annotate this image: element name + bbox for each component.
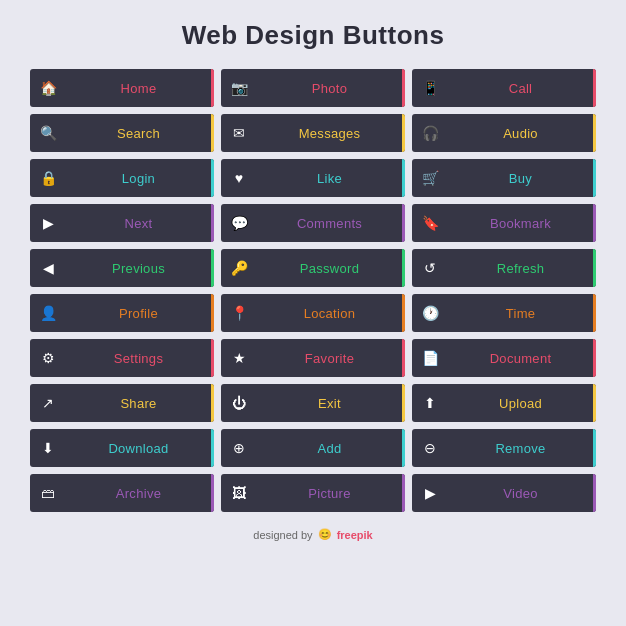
accent-download	[211, 429, 214, 467]
icon-home: 🏠	[30, 69, 66, 107]
label-remove: Remove	[448, 441, 593, 456]
button-exit[interactable]: ⏻ Exit	[221, 384, 405, 422]
label-search: Search	[66, 126, 211, 141]
label-archive: Archive	[66, 486, 211, 501]
icon-remove: ⊖	[412, 429, 448, 467]
button-add[interactable]: ⊕ Add	[221, 429, 405, 467]
accent-buy	[593, 159, 596, 197]
accent-audio	[593, 114, 596, 152]
accent-comments	[402, 204, 405, 242]
accent-profile	[211, 294, 214, 332]
label-document: Document	[448, 351, 593, 366]
button-grid: 🏠 Home 📷 Photo 📱 Call 🔍 Search ✉ Message…	[30, 69, 596, 512]
label-time: Time	[448, 306, 593, 321]
button-profile[interactable]: 👤 Profile	[30, 294, 214, 332]
button-next[interactable]: ▶ Next	[30, 204, 214, 242]
label-refresh: Refresh	[448, 261, 593, 276]
icon-search: 🔍	[30, 114, 66, 152]
label-download: Download	[66, 441, 211, 456]
button-home[interactable]: 🏠 Home	[30, 69, 214, 107]
accent-favorite	[402, 339, 405, 377]
accent-like	[402, 159, 405, 197]
icon-call: 📱	[412, 69, 448, 107]
button-share[interactable]: ↗ Share	[30, 384, 214, 422]
button-video[interactable]: ▶ Video	[412, 474, 596, 512]
label-next: Next	[66, 216, 211, 231]
icon-refresh: ↺	[412, 249, 448, 287]
label-comments: Comments	[257, 216, 402, 231]
button-previous[interactable]: ◀ Previous	[30, 249, 214, 287]
button-password[interactable]: 🔑 Password	[221, 249, 405, 287]
button-picture[interactable]: 🖼 Picture	[221, 474, 405, 512]
accent-video	[593, 474, 596, 512]
button-login[interactable]: 🔒 Login	[30, 159, 214, 197]
label-login: Login	[66, 171, 211, 186]
label-location: Location	[257, 306, 402, 321]
button-location[interactable]: 📍 Location	[221, 294, 405, 332]
icon-document: 📄	[412, 339, 448, 377]
label-video: Video	[448, 486, 593, 501]
button-archive[interactable]: 🗃 Archive	[30, 474, 214, 512]
accent-share	[211, 384, 214, 422]
button-photo[interactable]: 📷 Photo	[221, 69, 405, 107]
button-buy[interactable]: 🛒 Buy	[412, 159, 596, 197]
button-call[interactable]: 📱 Call	[412, 69, 596, 107]
accent-refresh	[593, 249, 596, 287]
button-like[interactable]: ♥ Like	[221, 159, 405, 197]
label-share: Share	[66, 396, 211, 411]
accent-bookmark	[593, 204, 596, 242]
label-favorite: Favorite	[257, 351, 402, 366]
icon-archive: 🗃	[30, 474, 66, 512]
footer: designed by 😊 freepik	[253, 528, 372, 541]
accent-archive	[211, 474, 214, 512]
button-search[interactable]: 🔍 Search	[30, 114, 214, 152]
label-buy: Buy	[448, 171, 593, 186]
button-upload[interactable]: ⬆ Upload	[412, 384, 596, 422]
footer-text: designed by	[253, 529, 312, 541]
icon-bookmark: 🔖	[412, 204, 448, 242]
label-bookmark: Bookmark	[448, 216, 593, 231]
button-download[interactable]: ⬇ Download	[30, 429, 214, 467]
accent-remove	[593, 429, 596, 467]
icon-messages: ✉	[221, 114, 257, 152]
icon-location: 📍	[221, 294, 257, 332]
icon-password: 🔑	[221, 249, 257, 287]
accent-picture	[402, 474, 405, 512]
button-messages[interactable]: ✉ Messages	[221, 114, 405, 152]
label-call: Call	[448, 81, 593, 96]
icon-audio: 🎧	[412, 114, 448, 152]
icon-comments: 💬	[221, 204, 257, 242]
accent-photo	[402, 69, 405, 107]
button-refresh[interactable]: ↺ Refresh	[412, 249, 596, 287]
label-picture: Picture	[257, 486, 402, 501]
button-time[interactable]: 🕐 Time	[412, 294, 596, 332]
icon-buy: 🛒	[412, 159, 448, 197]
accent-settings	[211, 339, 214, 377]
label-exit: Exit	[257, 396, 402, 411]
button-audio[interactable]: 🎧 Audio	[412, 114, 596, 152]
accent-next	[211, 204, 214, 242]
icon-next: ▶	[30, 204, 66, 242]
icon-add: ⊕	[221, 429, 257, 467]
icon-settings: ⚙	[30, 339, 66, 377]
footer-brand: freepik	[337, 529, 373, 541]
label-previous: Previous	[66, 261, 211, 276]
label-messages: Messages	[257, 126, 402, 141]
icon-share: ↗	[30, 384, 66, 422]
button-settings[interactable]: ⚙ Settings	[30, 339, 214, 377]
button-bookmark[interactable]: 🔖 Bookmark	[412, 204, 596, 242]
accent-time	[593, 294, 596, 332]
accent-login	[211, 159, 214, 197]
icon-time: 🕐	[412, 294, 448, 332]
label-password: Password	[257, 261, 402, 276]
button-favorite[interactable]: ★ Favorite	[221, 339, 405, 377]
button-comments[interactable]: 💬 Comments	[221, 204, 405, 242]
button-document[interactable]: 📄 Document	[412, 339, 596, 377]
accent-messages	[402, 114, 405, 152]
button-remove[interactable]: ⊖ Remove	[412, 429, 596, 467]
label-like: Like	[257, 171, 402, 186]
accent-exit	[402, 384, 405, 422]
label-settings: Settings	[66, 351, 211, 366]
label-add: Add	[257, 441, 402, 456]
label-upload: Upload	[448, 396, 593, 411]
